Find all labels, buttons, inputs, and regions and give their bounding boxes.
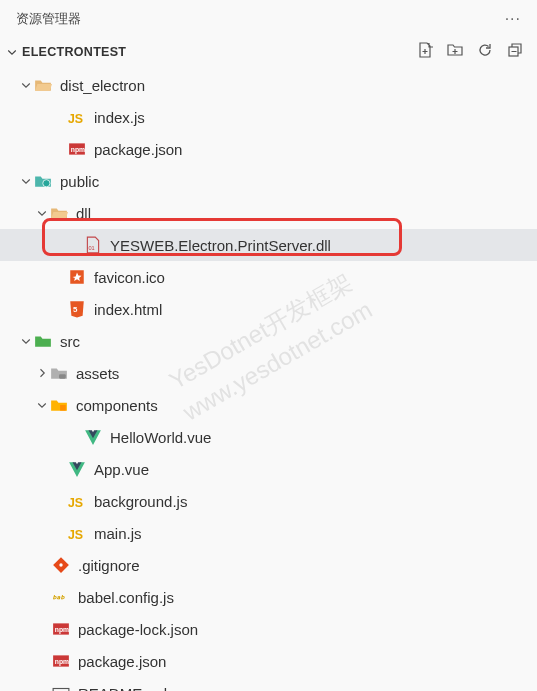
tree-label: main.js bbox=[94, 525, 142, 542]
file-index-js[interactable]: JS index.js bbox=[0, 101, 537, 133]
chevron-down-icon bbox=[34, 205, 50, 221]
file-gitignore[interactable]: .gitignore bbox=[0, 549, 537, 581]
folder-public[interactable]: public bbox=[0, 165, 537, 197]
svg-text:JS: JS bbox=[68, 496, 83, 510]
svg-rect-9 bbox=[60, 405, 66, 411]
tree-label: package-lock.json bbox=[78, 621, 198, 638]
file-favicon[interactable]: favicon.ico bbox=[0, 261, 537, 293]
refresh-icon[interactable] bbox=[477, 42, 493, 61]
svg-text:JS: JS bbox=[68, 528, 83, 542]
html-file-icon: 5 bbox=[68, 300, 86, 318]
folder-assets-icon bbox=[50, 364, 68, 382]
file-babel-config[interactable]: ᵇᵃᵇ babel.config.js bbox=[0, 581, 537, 613]
file-index-html[interactable]: 5 index.html bbox=[0, 293, 537, 325]
chevron-down-icon bbox=[18, 333, 34, 349]
chevron-down-icon bbox=[18, 77, 34, 93]
chevron-down-icon[interactable] bbox=[6, 46, 18, 58]
folder-src[interactable]: src bbox=[0, 325, 537, 357]
file-package-json-dist[interactable]: npm package.json bbox=[0, 133, 537, 165]
tree-label: assets bbox=[76, 365, 119, 382]
new-folder-icon[interactable] bbox=[447, 42, 463, 61]
chevron-down-icon bbox=[18, 173, 34, 189]
folder-dist-electron[interactable]: dist_electron bbox=[0, 69, 537, 101]
folder-open-icon bbox=[34, 76, 52, 94]
more-actions-icon[interactable]: ··· bbox=[505, 10, 521, 28]
svg-text:npm: npm bbox=[71, 146, 85, 154]
markdown-icon: M↓ bbox=[52, 684, 70, 691]
file-printserver-dll[interactable]: 01 YESWEB.Electron.PrintServer.dll bbox=[0, 229, 537, 261]
tree-label: HelloWorld.vue bbox=[110, 429, 211, 446]
explorer-title: 资源管理器 bbox=[16, 10, 81, 28]
project-name: ELECTRONTEST bbox=[22, 45, 417, 59]
svg-text:5: 5 bbox=[73, 305, 78, 314]
svg-text:npm: npm bbox=[55, 626, 69, 634]
svg-point-4 bbox=[43, 180, 50, 187]
vue-file-icon bbox=[68, 460, 86, 478]
folder-dll[interactable]: dll bbox=[0, 197, 537, 229]
file-main-js[interactable]: JS main.js bbox=[0, 517, 537, 549]
svg-point-12 bbox=[59, 563, 62, 566]
file-package-json-root[interactable]: npm package.json bbox=[0, 645, 537, 677]
new-file-icon[interactable] bbox=[417, 42, 433, 61]
folder-components-icon bbox=[50, 396, 68, 414]
vue-file-icon bbox=[84, 428, 102, 446]
tree-label: background.js bbox=[94, 493, 187, 510]
folder-src-icon bbox=[34, 332, 52, 350]
chevron-down-icon bbox=[34, 397, 50, 413]
tree-label: dll bbox=[76, 205, 91, 222]
svg-rect-8 bbox=[59, 374, 66, 379]
tree-label: components bbox=[76, 397, 158, 414]
dll-file-icon: 01 bbox=[84, 236, 102, 254]
svg-text:JS: JS bbox=[68, 112, 83, 126]
tree-label: .gitignore bbox=[78, 557, 140, 574]
svg-text:npm: npm bbox=[55, 658, 69, 666]
npm-icon: npm bbox=[52, 620, 70, 638]
babel-icon: ᵇᵃᵇ bbox=[52, 588, 70, 606]
collapse-all-icon[interactable] bbox=[507, 42, 523, 61]
folder-open-icon bbox=[50, 204, 68, 222]
file-tree: dist_electron JS index.js npm package.js… bbox=[0, 67, 537, 691]
folder-assets[interactable]: assets bbox=[0, 357, 537, 389]
tree-label: public bbox=[60, 173, 99, 190]
folder-public-icon bbox=[34, 172, 52, 190]
favicon-icon bbox=[68, 268, 86, 286]
tree-label: YESWEB.Electron.PrintServer.dll bbox=[110, 237, 331, 254]
tree-label: index.js bbox=[94, 109, 145, 126]
file-package-lock[interactable]: npm package-lock.json bbox=[0, 613, 537, 645]
file-app-vue[interactable]: App.vue bbox=[0, 453, 537, 485]
git-icon bbox=[52, 556, 70, 574]
js-file-icon: JS bbox=[68, 524, 86, 542]
npm-icon: npm bbox=[52, 652, 70, 670]
tree-label: dist_electron bbox=[60, 77, 145, 94]
js-file-icon: JS bbox=[68, 492, 86, 510]
chevron-right-icon bbox=[34, 365, 50, 381]
tree-label: src bbox=[60, 333, 80, 350]
svg-text:ᵇᵃᵇ: ᵇᵃᵇ bbox=[52, 594, 65, 604]
folder-components[interactable]: components bbox=[0, 389, 537, 421]
tree-label: App.vue bbox=[94, 461, 149, 478]
tree-label: package.json bbox=[78, 653, 166, 670]
tree-label: babel.config.js bbox=[78, 589, 174, 606]
tree-label: favicon.ico bbox=[94, 269, 165, 286]
file-background-js[interactable]: JS background.js bbox=[0, 485, 537, 517]
js-file-icon: JS bbox=[68, 108, 86, 126]
tree-label: README.md bbox=[78, 685, 167, 692]
tree-label: package.json bbox=[94, 141, 182, 158]
tree-label: index.html bbox=[94, 301, 162, 318]
file-helloworld-vue[interactable]: HelloWorld.vue bbox=[0, 421, 537, 453]
npm-icon: npm bbox=[68, 140, 86, 158]
svg-text:01: 01 bbox=[89, 245, 95, 251]
file-readme[interactable]: M↓ README.md bbox=[0, 677, 537, 691]
